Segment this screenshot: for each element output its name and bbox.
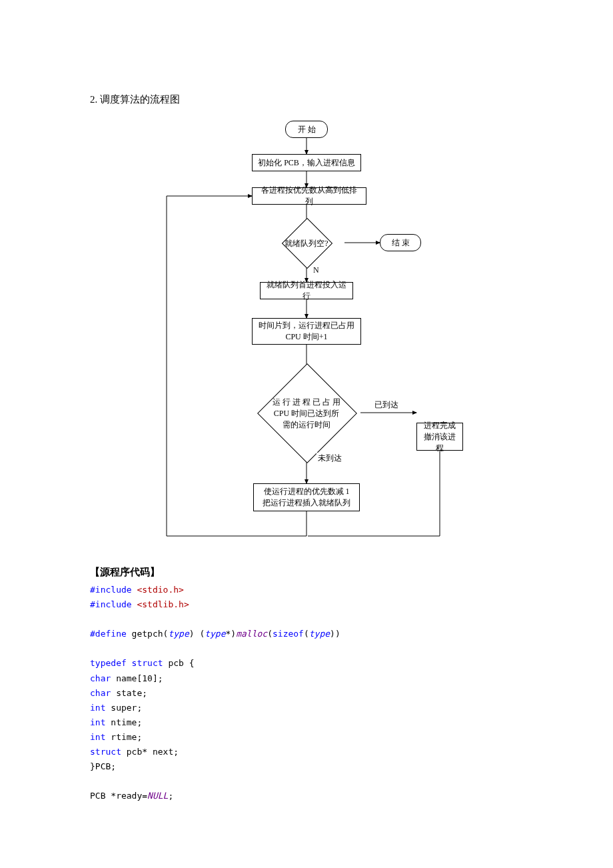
code-line: PCB *ready=NULL; (90, 789, 523, 803)
code-line: typedef struct pcb { (90, 656, 523, 671)
flow-decision-empty (282, 218, 332, 269)
t: PCB *ready= (90, 791, 147, 801)
t: struct (90, 747, 121, 757)
flow-run-first-label: 就绪队列首进程投入运行 (266, 279, 347, 302)
flow-init-label: 初始化 PCB，输入进程信息 (258, 157, 355, 169)
flow-label-n: N (312, 265, 320, 275)
code-line: }PCB; (90, 759, 523, 774)
t: type (168, 629, 189, 639)
t: #include (90, 599, 132, 609)
t: NULL (147, 791, 168, 801)
code-line (90, 641, 523, 656)
code-line: char state; (90, 686, 523, 701)
t: <stdio.h> (132, 585, 184, 595)
flow-end: 结 束 (380, 234, 421, 251)
t: typedef (90, 658, 127, 668)
t: ( (304, 629, 309, 639)
t: rtime; (105, 732, 142, 742)
flow-end-label: 结 束 (392, 237, 410, 249)
t: name[10]; (111, 673, 163, 683)
t: }PCB; (90, 761, 116, 771)
code-line: #include <stdlib.h> (90, 597, 523, 612)
t: ( (267, 629, 273, 639)
t: ntime; (105, 717, 142, 727)
t: super; (105, 703, 142, 713)
flow-decision-check (257, 363, 357, 463)
code-line: #define getpch(type) (type*)malloc(sizeo… (90, 627, 523, 641)
t: char (90, 673, 111, 683)
t: #define (90, 629, 127, 639)
code-line: int ntime; (90, 715, 523, 730)
t: pcb { (163, 658, 195, 668)
t: char (90, 688, 111, 698)
t: )) (330, 629, 340, 639)
t: type (205, 629, 225, 639)
flow-sort-label: 各进程按优先数从高到低排列 (258, 185, 360, 207)
flow-label-reached: 已到达 (373, 399, 400, 411)
flow-start-label: 开 始 (298, 124, 316, 135)
flow-label-not: 未到达 (316, 453, 343, 464)
t: <stdlib.h> (132, 599, 189, 609)
flow-decrement-label: 使运行进程的优先数减 1 把运行进程插入就绪队列 (263, 486, 350, 509)
code-line: int rtime; (90, 730, 523, 745)
flow-timeslice-label: 时间片到，运行进程已占用 CPU 时间+1 (259, 320, 354, 343)
code-line: int super; (90, 701, 523, 715)
code-line: char name[10]; (90, 671, 523, 686)
flowchart: 开 始 初始化 PCB，输入进程信息 各进程按优先数从高到低排列 就绪队列空? … (153, 119, 460, 546)
t: ) ( (189, 629, 205, 639)
t: struct (127, 658, 163, 668)
t: malloc (236, 629, 267, 639)
flow-complete: 进程完成 撤消该进程 (416, 423, 463, 451)
t: int (90, 732, 105, 742)
t: #include (90, 585, 132, 595)
t: ; (168, 791, 173, 801)
flow-run-first: 就绪队列首进程投入运行 (260, 282, 353, 299)
t: int (90, 717, 105, 727)
flow-sort: 各进程按优先数从高到低排列 (252, 187, 366, 205)
flow-start: 开 始 (285, 121, 328, 138)
code-line: struct pcb* next; (90, 745, 523, 759)
code-line: #include <stdio.h> (90, 583, 523, 597)
flow-timeslice: 时间片到，运行进程已占用 CPU 时间+1 (252, 318, 361, 345)
flow-decrement: 使运行进程的优先数减 1 把运行进程插入就绪队列 (253, 483, 360, 511)
t: getpch( (127, 629, 169, 639)
flow-complete-label: 进程完成 撤消该进程 (422, 420, 457, 454)
source-code: #include <stdio.h> #include <stdlib.h> #… (90, 583, 523, 803)
t: sizeof (273, 629, 304, 639)
t: pcb* next; (121, 747, 179, 757)
t: int (90, 703, 105, 713)
code-line (90, 774, 523, 789)
t: *) (226, 629, 237, 639)
t: type (309, 629, 330, 639)
code-line (90, 612, 523, 627)
t: state; (111, 688, 147, 698)
source-code-title: 【源程序代码】 (90, 566, 523, 579)
flow-init: 初始化 PCB，输入进程信息 (252, 154, 361, 171)
section-title: 2. 调度算法的流程图 (90, 93, 523, 106)
